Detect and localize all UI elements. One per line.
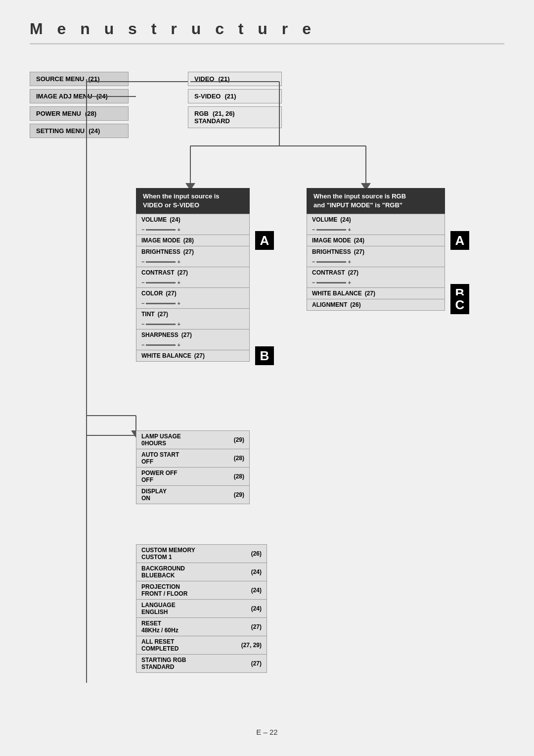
source-type-list: VIDEO (21) S-VIDEO (21) RGB (21, 26) STA… [188, 72, 282, 128]
starting-rgb-value: STANDARD [141, 663, 248, 670]
page: M e n u s t r u c t u r e SOURCE MENU (2… [0, 0, 534, 756]
display-value: ON [141, 495, 231, 502]
video-sharpness-item: SHARPNESS (27) −+ [136, 330, 250, 350]
video-whitebalance-item: WHITE BALANCE (27) B [136, 350, 250, 362]
rgb-brightness-slider: −+ [312, 259, 351, 265]
rgb-whitebalance-label: WHITE BALANCE [312, 290, 362, 297]
rgb-volume-page: (24) [340, 216, 351, 223]
custom-memory-page: (26) [251, 550, 262, 557]
rgb-volume-slider: −+ [312, 227, 351, 233]
custom-memory-item: CUSTOM MEMORY CUSTOM 1 (26) [136, 544, 267, 563]
rgb-standard-label: STANDARD [194, 117, 230, 125]
image-adj-menu-item: IMAGE ADJ MENU (24) [30, 89, 129, 103]
setting-menu-details-section: CUSTOM MEMORY CUSTOM 1 (26) BACKGROUND B… [136, 544, 267, 673]
power-off-label: POWER OFF [141, 470, 231, 476]
left-menu-list: SOURCE MENU (21) IMAGE ADJ MENU (24) POW… [30, 72, 129, 138]
rgb-contrast-item: CONTRAST (27) −+ [307, 267, 445, 288]
projection-page: (24) [251, 587, 262, 594]
lamp-usage-item: LAMP USAGE 0HOURS (29) [136, 430, 250, 449]
starting-rgb-label: STARTING RGB [141, 657, 248, 663]
video-contrast-item: CONTRAST (27) −+ [136, 267, 250, 288]
video-tint-label: TINT [141, 311, 155, 318]
video-header-line1: When the input source is [143, 192, 243, 201]
rgb-source-label: RGB [194, 110, 209, 117]
page-title: M e n u s t r u c t u r e [30, 20, 504, 45]
image-adj-page: (24) [96, 93, 108, 100]
video-volume-label: VOLUME [141, 216, 167, 223]
background-item: BACKGROUND BLUEBACK (24) [136, 563, 267, 581]
rgb-contrast-label: CONTRAST [312, 269, 345, 276]
language-label: LANGUAGE [141, 602, 248, 609]
rgb-section-header: When the input source is RGB and "INPUT … [307, 188, 445, 214]
video-contrast-label: CONTRAST [141, 269, 175, 276]
rgb-alignment-page: (26) [350, 301, 360, 308]
source-menu-item: SOURCE MENU (21) [30, 72, 129, 86]
page-number: E – 22 [256, 728, 277, 736]
projection-item: PROJECTION FRONT / FLOOR (24) [136, 581, 267, 600]
svideo-source-box: S-VIDEO (21) [188, 89, 282, 103]
video-section-header: When the input source is VIDEO or S-VIDE… [136, 188, 250, 214]
color-slider: −+ [141, 300, 180, 306]
display-item: DISPLAY ON (29) [136, 486, 250, 504]
lamp-usage-page: (29) [234, 436, 244, 443]
video-brightness-page: (27) [183, 248, 194, 255]
custom-memory-value: CUSTOM 1 [141, 554, 248, 561]
lamp-usage-label: LAMP USAGE [141, 433, 231, 440]
setting-menu-item: SETTING MENU (24) [30, 124, 129, 138]
video-source-page: (21) [218, 75, 229, 83]
rgb-alignment-label: ALIGNMENT [312, 301, 347, 308]
rgb-whitebalance-item: WHITE BALANCE (27) B [307, 288, 445, 299]
rgb-brightness-page: (27) [354, 248, 364, 255]
video-imagemode-label: IMAGE MODE [141, 237, 180, 244]
auto-start-page: (28) [234, 455, 244, 462]
video-source-box: VIDEO (21) [188, 72, 282, 86]
video-volume-page: (24) [170, 216, 180, 223]
badge-c-rgb: C [450, 295, 469, 314]
auto-start-label: AUTO START [141, 451, 231, 458]
display-page: (29) [234, 491, 244, 498]
power-off-item: POWER OFF OFF (28) [136, 468, 250, 486]
video-settings-list: VOLUME (24) −+ IMAGE MODE (28) A BRIGHTN… [136, 214, 250, 362]
badge-a-video: A [255, 231, 274, 250]
power-off-value: OFF [141, 476, 231, 483]
language-value: ENGLISH [141, 609, 248, 615]
power-menu-section: LAMP USAGE 0HOURS (29) AUTO START OFF (2… [136, 430, 250, 504]
auto-start-value: OFF [141, 458, 231, 465]
video-header-line2: VIDEO or S-VIDEO [143, 201, 243, 210]
setting-menu-details-list: CUSTOM MEMORY CUSTOM 1 (26) BACKGROUND B… [136, 544, 267, 673]
source-menu-page: (21) [89, 75, 100, 83]
all-reset-item: ALL RESET COMPLETED (27, 29) [136, 636, 267, 655]
svideo-source-page: (21) [224, 93, 236, 100]
badge-b-video: B [255, 346, 274, 365]
rgb-volume-item: VOLUME (24) −+ [307, 214, 445, 235]
power-menu-label: POWER MENU [36, 110, 81, 117]
video-color-page: (27) [166, 290, 176, 297]
video-brightness-item: BRIGHTNESS (27) −+ [136, 246, 250, 267]
video-tint-item: TINT (27) −+ [136, 309, 250, 330]
video-brightness-label: BRIGHTNESS [141, 248, 180, 255]
background-value: BLUEBACK [141, 572, 248, 579]
all-reset-label: ALL RESET [141, 638, 238, 645]
rgb-alignment-item: ALIGNMENT (26) C [307, 299, 445, 311]
rgb-contrast-slider: −+ [312, 280, 351, 285]
source-menu-label: SOURCE MENU [36, 75, 85, 83]
brightness-slider: −+ [141, 259, 180, 265]
starting-rgb-item: STARTING RGB STANDARD (27) [136, 655, 267, 673]
tint-slider: −+ [141, 321, 180, 327]
background-label: BACKGROUND [141, 565, 248, 572]
rgb-source-box: RGB (21, 26) STANDARD [188, 106, 282, 128]
rgb-whitebalance-page: (27) [365, 290, 375, 297]
video-input-section: When the input source is VIDEO or S-VIDE… [136, 188, 250, 362]
video-imagemode-page: (28) [183, 237, 194, 244]
projection-value: FRONT / FLOOR [141, 590, 248, 597]
video-imagemode-item: IMAGE MODE (28) A [136, 235, 250, 246]
video-sharpness-page: (27) [181, 331, 192, 338]
video-source-label: VIDEO [194, 75, 214, 83]
image-adj-label: IMAGE ADJ MENU [36, 93, 92, 100]
rgb-header-line1: When the input source is RGB [313, 192, 438, 201]
video-tint-page: (27) [158, 311, 168, 318]
rgb-brightness-label: BRIGHTNESS [312, 248, 351, 255]
setting-menu-page: (24) [89, 127, 100, 135]
video-color-item: COLOR (27) −+ [136, 288, 250, 309]
custom-memory-label: CUSTOM MEMORY [141, 547, 248, 554]
